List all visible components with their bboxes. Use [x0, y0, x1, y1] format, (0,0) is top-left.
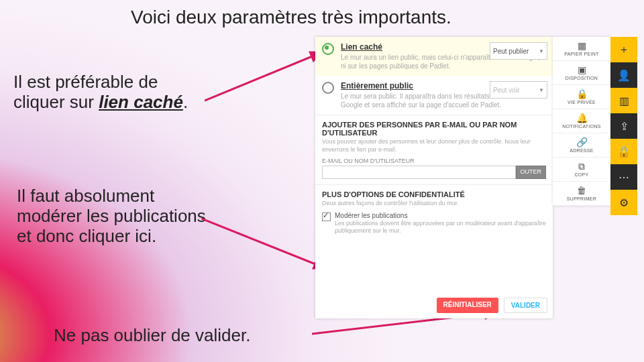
checkbox-desc: Les publications doivent être approuvées… [335, 220, 546, 235]
note-valider: Ne pas oublier de valider. [54, 325, 250, 346]
section-title: PLUS D'OPTIONS DE CONFIDENTIALITÉ [322, 190, 546, 198]
copy-icon: ⧉ [554, 162, 609, 171]
toolbar-settings[interactable]: ⚙ [610, 190, 637, 215]
bell-icon: 🔔 [554, 113, 609, 123]
section-desc: Vous pouvez ajouter des personnes et leu… [322, 138, 546, 154]
note-line: modérer les publications [17, 206, 206, 227]
chevron-down-icon: ▼ [539, 87, 544, 93]
add-people-section: AJOUTER DES PERSONNES PAR E-MAIL OU PAR … [315, 115, 553, 184]
slide-title: Voici deux paramètres très importants. [131, 7, 451, 28]
section-title: AJOUTER DES PERSONNES PAR E-MAIL OU PAR … [322, 121, 546, 137]
svg-line-0 [205, 52, 322, 101]
field-label: E-MAIL OU NOM D'UTILISATEUR [322, 158, 546, 164]
validate-button[interactable]: VALIDER [504, 298, 547, 313]
lock-icon: 🔒 [554, 89, 609, 99]
chevron-down-icon: ▼ [539, 48, 544, 54]
radio-selected-icon[interactable] [322, 43, 334, 55]
moderate-checkbox[interactable] [322, 213, 331, 221]
sidebar-item-delete[interactable]: 🗑SUPPRIMER [553, 182, 610, 206]
toolbar-more[interactable]: ⋯ [610, 164, 637, 190]
checkbox-title: Modérer les publications [335, 212, 546, 219]
toolbar-add[interactable]: ＋ [610, 37, 637, 62]
toolbar-lock[interactable]: 🔒 [610, 139, 637, 164]
sidebar-item-address[interactable]: 🔗ADRESSE [553, 133, 610, 158]
radio-icon[interactable] [322, 82, 334, 94]
toolbar-layout[interactable]: ▥ [610, 88, 637, 113]
note-line: Il faut absolument [17, 186, 206, 206]
permission-dropdown[interactable]: Peut publier▼ [490, 42, 547, 60]
sidebar-item-notifications[interactable]: 🔔NOTIFICATIONS [553, 109, 610, 133]
more-privacy-section: PLUS D'OPTIONS DE CONFIDENTIALITÉ Deux a… [315, 184, 553, 240]
trash-icon: 🗑 [554, 186, 609, 195]
note-line: et donc cliquer ici. [17, 227, 206, 247]
sidebar-item-copy[interactable]: ⧉COPY [553, 158, 610, 182]
note-lien-cache: Il est préférable de cliquer sur lien ca… [13, 72, 188, 113]
note-line: Il est préférable de [13, 72, 188, 93]
section-desc: Deux autres façons de contrôler l'utilis… [322, 200, 546, 208]
add-button[interactable]: OUTER [516, 166, 547, 179]
privacy-panel: Lien caché Le mur aura un lien public, m… [315, 37, 553, 318]
note-line: cliquer sur lien caché. [13, 93, 188, 113]
right-toolbar: ＋ 👤 ▥ ⇪ 🔒 ⋯ ⚙ [610, 37, 637, 215]
link-icon: 🔗 [554, 137, 609, 147]
permission-dropdown[interactable]: Peut voir▼ [490, 81, 547, 99]
sidebar-item-wallpaper[interactable]: ▦PAPIER PEINT [553, 37, 610, 61]
option-public[interactable]: Entièrement public Le mur sera public. I… [315, 76, 553, 115]
toolbar-user[interactable]: 👤 [610, 62, 637, 88]
image-icon: ▦ [554, 41, 609, 50]
layout-icon: ▣ [554, 65, 609, 74]
email-field[interactable] [322, 166, 516, 179]
option-lien-cache[interactable]: Lien caché Le mur aura un lien public, m… [315, 37, 553, 76]
note-moderer: Il faut absolument modérer les publicati… [17, 186, 206, 247]
toolbar-share[interactable]: ⇪ [610, 113, 637, 139]
sidebar-item-layout[interactable]: ▣DISPOSITION [553, 61, 610, 85]
svg-line-1 [201, 219, 325, 268]
sidebar-item-privacy[interactable]: 🔒VIE PRIVÉE [553, 85, 610, 109]
reset-button[interactable]: RÉINITIALISER [437, 298, 498, 313]
settings-sidebar: ▦PAPIER PEINT ▣DISPOSITION 🔒VIE PRIVÉE 🔔… [553, 37, 610, 206]
